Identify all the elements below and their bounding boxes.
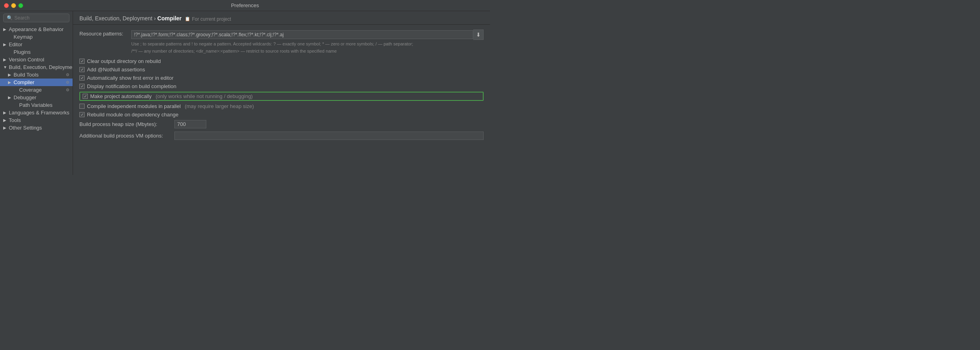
arrow-icon: ▶	[8, 73, 14, 77]
search-box[interactable]: 🔍	[3, 14, 69, 22]
arrow-icon: ▶	[8, 80, 14, 85]
sidebar-item-coverage[interactable]: Coverage ⚙	[0, 86, 73, 94]
checkbox-compile-parallel[interactable]: Compile independent modules in parallel …	[79, 103, 484, 109]
search-icon: 🔍	[7, 15, 13, 21]
checkbox-make-auto-label: Make project automatically	[90, 93, 152, 99]
sidebar-item-tools[interactable]: ▶ Tools	[0, 116, 73, 124]
sidebar-item-label: Compiler	[14, 79, 66, 85]
main-layout: 🔍 ▶ Appearance & Behavior Keymap ▶ Edito…	[0, 11, 490, 175]
checkbox-add-notnull-label: Add @NotNull assertions	[87, 67, 145, 73]
checkbox-clear-output-check[interactable]	[79, 59, 85, 64]
arrow-icon: ▼	[3, 65, 9, 69]
checkbox-rebuild-module-label: Rebuild module on dependency change	[87, 112, 178, 118]
sidebar-item-label: Build Tools	[14, 72, 66, 78]
sidebar: 🔍 ▶ Appearance & Behavior Keymap ▶ Edito…	[0, 11, 73, 175]
arrow-icon: ▶	[3, 42, 9, 47]
arrow-icon: ▶	[3, 27, 9, 31]
vm-options-row: Additional build process VM options:	[79, 132, 484, 140]
settings-icon: ⚙	[66, 73, 69, 77]
content-header: Build, Execution, Deployment › Compiler …	[73, 11, 490, 25]
checkbox-rebuild-module-check[interactable]	[79, 112, 85, 117]
heap-size-input[interactable]	[174, 120, 206, 128]
resource-hint-1: Use ; to separate patterns and ! to nega…	[131, 41, 484, 47]
checkbox-clear-output-label: Clear output directory on rebuild	[87, 58, 161, 64]
resource-patterns-input[interactable]	[131, 30, 473, 39]
checkbox-display-notification-check[interactable]	[79, 84, 85, 89]
sidebar-item-build-execution[interactable]: ▼ Build, Execution, Deployment	[0, 63, 73, 71]
checkbox-compile-parallel-hint: (may require larger heap size)	[185, 103, 254, 109]
checkbox-display-notification[interactable]: Display notification on build completion	[79, 83, 484, 89]
sidebar-item-plugins[interactable]: Plugins	[0, 48, 73, 56]
sidebar-item-editor[interactable]: ▶ Editor	[0, 41, 73, 48]
sidebar-item-build-tools[interactable]: ▶ Build Tools ⚙	[0, 71, 73, 79]
checkbox-clear-output[interactable]: Clear output directory on rebuild	[79, 58, 484, 64]
checkbox-rebuild-module[interactable]: Rebuild module on dependency change	[79, 112, 484, 118]
sidebar-item-label: Keymap	[14, 34, 69, 40]
vm-options-label: Additional build process VM options:	[79, 133, 171, 139]
resource-patterns-button[interactable]: ⬇	[473, 29, 484, 40]
arrow-icon: ▶	[8, 95, 14, 100]
sidebar-item-label: Other Settings	[9, 125, 69, 131]
content-area: Build, Execution, Deployment › Compiler …	[73, 11, 490, 175]
sidebar-item-appearance[interactable]: ▶ Appearance & Behavior	[0, 26, 73, 33]
minimize-button[interactable]	[11, 3, 16, 8]
checkbox-add-notnull-check[interactable]	[79, 67, 85, 72]
titlebar: Preferences	[0, 0, 490, 11]
sidebar-item-compiler[interactable]: ▶ Compiler ⚙	[0, 79, 73, 86]
arrow-icon: ▶	[3, 110, 9, 115]
sidebar-item-debugger[interactable]: ▶ Debugger	[0, 94, 73, 101]
sidebar-item-keymap[interactable]: Keymap	[0, 33, 73, 41]
arrow-icon: ▶	[3, 126, 9, 130]
sidebar-item-label: Path Variables	[19, 102, 69, 108]
heap-size-row: Build process heap size (Mbytes):	[79, 120, 484, 128]
checkbox-auto-show-error[interactable]: Automatically show first error in editor	[79, 75, 484, 81]
checkbox-display-notification-label: Display notification on build completion	[87, 83, 176, 89]
breadcrumb: Build, Execution, Deployment › Compiler	[79, 15, 182, 22]
for-project-badge: 📋 For current project	[185, 16, 231, 22]
traffic-lights	[4, 3, 23, 8]
content-body: Resource patterns: ⬇ Use ; to separate p…	[73, 25, 490, 175]
sidebar-item-version-control[interactable]: ▶ Version Control	[0, 56, 73, 63]
close-button[interactable]	[4, 3, 9, 8]
sidebar-item-label: Coverage	[19, 87, 66, 93]
resource-hint-2: /**/ — any number of directories; <dir_n…	[131, 48, 484, 54]
checkbox-add-notnull[interactable]: Add @NotNull assertions	[79, 67, 484, 73]
resource-patterns-row: Resource patterns: ⬇ Use ; to separate p…	[79, 29, 484, 55]
maximize-button[interactable]	[18, 3, 23, 8]
resource-input-wrap: ⬇ Use ; to separate patterns and ! to ne…	[131, 29, 484, 55]
resource-patterns-label: Resource patterns:	[79, 29, 131, 37]
checkbox-make-auto[interactable]: Make project automatically (only works w…	[79, 92, 484, 101]
heap-size-label: Build process heap size (Mbytes):	[79, 121, 171, 127]
sidebar-tree: ▶ Appearance & Behavior Keymap ▶ Editor …	[0, 25, 73, 175]
arrow-icon: ▶	[3, 118, 9, 122]
settings-icon: ⚙	[66, 80, 69, 85]
settings-icon: ⚙	[66, 88, 69, 92]
checkbox-auto-show-error-check[interactable]	[79, 75, 85, 81]
resource-input-row: ⬇	[131, 29, 484, 40]
sidebar-item-label: Plugins	[14, 49, 69, 55]
sidebar-item-label: Appearance & Behavior	[9, 26, 69, 32]
search-input[interactable]	[14, 15, 66, 21]
checkbox-auto-show-error-label: Automatically show first error in editor	[87, 75, 174, 81]
sidebar-item-other-settings[interactable]: ▶ Other Settings	[0, 124, 73, 132]
checkbox-compile-parallel-label: Compile independent modules in parallel	[87, 103, 181, 109]
sidebar-item-label: Build, Execution, Deployment	[9, 64, 73, 70]
sidebar-item-label: Debugger	[14, 94, 69, 100]
sidebar-item-label: Tools	[9, 117, 69, 123]
checkbox-compile-parallel-check[interactable]	[79, 104, 85, 109]
checkbox-make-auto-check[interactable]	[83, 94, 88, 99]
checkbox-make-auto-hint: (only works while not running / debuggin…	[156, 93, 253, 99]
sidebar-item-path-variables[interactable]: Path Variables	[0, 101, 73, 109]
sidebar-item-languages[interactable]: ▶ Languages & Frameworks	[0, 109, 73, 116]
window-title: Preferences	[231, 2, 259, 8]
arrow-icon: ▶	[3, 57, 9, 62]
sidebar-item-label: Languages & Frameworks	[9, 110, 69, 116]
vm-options-input[interactable]	[174, 132, 484, 140]
project-icon: 📋	[185, 16, 190, 22]
sidebar-item-label: Editor	[9, 41, 69, 47]
sidebar-item-label: Version Control	[9, 57, 69, 63]
